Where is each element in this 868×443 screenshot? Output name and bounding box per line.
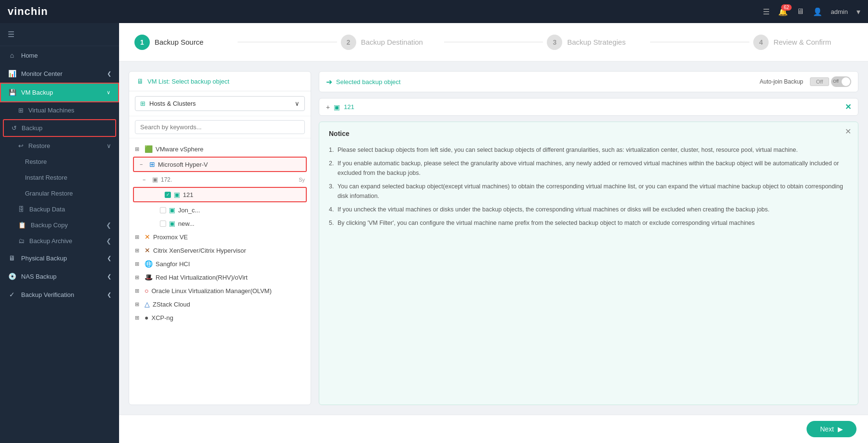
hamburger-button[interactable]: ☰ <box>0 23 119 46</box>
tree-label-172: 172. <box>161 176 296 183</box>
tree-item-citrix[interactable]: ⊞ ✕ Citrix XenServer/Citrix Hypervisor <box>129 244 311 257</box>
sidebar-item-backup-verification[interactable]: ✓ Backup Verification ❮ <box>0 285 119 304</box>
topbar-right: ☰ 🔔 62 🖥 👤 admin ▾ <box>763 7 860 16</box>
sangfor-icon: 🌐 <box>145 260 153 268</box>
monitor-icon[interactable]: 🖥 <box>796 7 804 16</box>
tree-item-172-host[interactable]: − ▣ 172. Sy <box>129 173 311 186</box>
sidebar-item-vm-backup[interactable]: 💾 VM Backup ∨ <box>0 83 119 102</box>
notification-badge: 62 <box>781 4 791 11</box>
content-body: 🖥 VM List: Select backup object ⊞ Hosts … <box>119 62 868 415</box>
checkbox-new[interactable] <box>160 221 166 227</box>
step-3-circle: 3 <box>547 35 562 50</box>
tree-item-sangfor[interactable]: ⊞ 🌐 Sangfor HCI <box>129 257 311 271</box>
step-1: 1 Backup Source <box>134 35 234 50</box>
sidebar-label-restore-sub: Restore <box>25 158 47 165</box>
sidebar-label-virtual-machines: Virtual Machines <box>28 107 74 114</box>
sidebar-item-nas-backup[interactable]: 💿 NAS Backup ❮ <box>0 267 119 285</box>
sidebar-label-backup: Backup <box>22 124 42 132</box>
notice-box: ✕ Notice Please select backup objects fr… <box>319 122 858 405</box>
notice-close-button[interactable]: ✕ <box>845 127 851 136</box>
backup-copy-arrow-icon: ❮ <box>106 222 111 229</box>
admin-chevron-icon[interactable]: ▾ <box>856 7 860 16</box>
expand-proxmox-icon: ⊞ <box>135 234 142 240</box>
notice-list: Please select backup objects from left s… <box>329 143 848 230</box>
dropdown-label: Hosts & Clusters <box>149 100 196 107</box>
sidebar-label-home: Home <box>21 52 38 59</box>
vm-121-icon: ▣ <box>174 191 180 198</box>
sidebar-item-virtual-machines[interactable]: ⊞ Virtual Machines <box>0 102 119 118</box>
tree-item-new[interactable]: ▣ new... <box>129 217 311 230</box>
tree-item-redhat[interactable]: ⊞ 🎩 Red Hat Virtualization(RHV)/oVirt <box>129 271 311 284</box>
plus-icon[interactable]: + <box>326 103 330 111</box>
step-4: 4 Review & Confirm <box>753 35 853 50</box>
selected-header-icon: ➜ <box>326 77 332 86</box>
hosts-clusters-dropdown[interactable]: ⊞ Hosts & Clusters ∨ <box>135 96 305 111</box>
next-label: Next <box>820 425 834 433</box>
sidebar-item-home[interactable]: ⌂ Home <box>0 46 119 64</box>
sidebar-label-nas-backup: NAS Backup <box>21 273 57 280</box>
notifications-wrap: 🔔 62 <box>778 7 788 16</box>
citrix-icon: ✕ <box>145 246 150 254</box>
tree-label-jon: Jon_c... <box>178 207 305 214</box>
logo-rest: chin <box>24 5 48 17</box>
sidebar-label-restore: Restore <box>28 142 50 149</box>
dropdown-inner: ⊞ Hosts & Clusters <box>140 100 196 107</box>
hosts-clusters-dropdown-row: ⊞ Hosts & Clusters ∨ <box>129 91 311 116</box>
sidebar-item-monitor-center[interactable]: 📊 Monitor Center ❮ <box>0 64 119 83</box>
tree-label-sangfor: Sangfor HCI <box>156 260 305 268</box>
admin-label: admin <box>831 8 848 15</box>
tree-item-vmware[interactable]: ⊞ 🟩 VMware vSphere <box>129 142 311 156</box>
toggle-off-label: Off <box>810 77 829 86</box>
toggle-wrapper: Off Off <box>810 76 851 87</box>
auto-join-label: Auto-join Backup <box>760 78 803 85</box>
sidebar-label-backup-copy: Backup Copy <box>31 222 68 229</box>
step-3-label: Backup Strategies <box>567 38 626 46</box>
messages-icon[interactable]: ☰ <box>763 7 770 16</box>
backup-archive-arrow-icon: ❮ <box>106 237 111 245</box>
tree-item-121[interactable]: ✓ ▣ 121 <box>133 187 307 202</box>
selected-item-close-button[interactable]: ✕ <box>845 102 851 111</box>
sidebar-item-physical-backup[interactable]: 🖥 Physical Backup ❮ <box>0 249 119 267</box>
step-divider-1 <box>238 42 337 42</box>
vm-list-icon: 🖥 <box>137 77 144 85</box>
main-layout: ☰ ⌂ Home 📊 Monitor Center ❮ 💾 VM Backup … <box>0 23 868 443</box>
sidebar-item-backup-data[interactable]: 🗄 Backup Data <box>0 201 119 217</box>
vmware-icon: 🟩 <box>145 145 153 153</box>
step-divider-2 <box>444 42 543 42</box>
sidebar-label-vm-backup: VM Backup <box>21 89 53 96</box>
tree-item-oracle[interactable]: ⊞ ○ Oracle Linux Virtualization Manager(… <box>129 284 311 297</box>
checkbox-121[interactable]: ✓ <box>165 192 171 198</box>
restore-arrow-icon: ∨ <box>107 142 111 149</box>
right-panel: ➜ Selected backup object Auto-join Backu… <box>319 71 858 405</box>
expand-vmware-icon: ⊞ <box>135 146 142 152</box>
backup-archive-icon: 🗂 <box>18 237 24 245</box>
tree-item-hyper-v[interactable]: − ⊞ Microsoft Hyper-V <box>133 157 307 172</box>
sidebar: ☰ ⌂ Home 📊 Monitor Center ❮ 💾 VM Backup … <box>0 23 119 443</box>
tree-item-zstack[interactable]: ⊞ △ ZStack Cloud <box>129 297 311 311</box>
sidebar-item-restore-sub[interactable]: Restore <box>0 154 119 170</box>
tree-label-oracle: Oracle Linux Virtualization Manager(OLVM… <box>151 287 305 295</box>
backup-verification-icon: ✓ <box>8 291 16 298</box>
checkbox-jon[interactable] <box>160 207 166 213</box>
sidebar-item-restore[interactable]: ↩ Restore ∨ <box>0 138 119 154</box>
sidebar-item-instant-restore[interactable]: Instant Restore <box>0 170 119 185</box>
expand-xcpng-icon: ⊞ <box>135 315 142 321</box>
sidebar-item-granular-restore[interactable]: Granular Restore <box>0 185 119 201</box>
next-button[interactable]: Next ▶ <box>807 421 856 437</box>
tree-item-jon[interactable]: ▣ Jon_c... <box>129 203 311 217</box>
tree-item-xcpng[interactable]: ⊞ ● XCP-ng <box>129 311 311 324</box>
sidebar-item-backup-archive[interactable]: 🗂 Backup Archive ❮ <box>0 233 119 249</box>
auto-join-toggle[interactable]: Off <box>831 76 851 87</box>
expand-zstack-icon: ⊞ <box>135 301 142 308</box>
sidebar-item-backup[interactable]: ↺ Backup <box>4 120 115 136</box>
tree-item-proxmox[interactable]: ⊞ ✕ Proxmox VE <box>129 230 311 244</box>
tree-label-proxmox: Proxmox VE <box>153 234 305 241</box>
notice-item-2: If you enable automatic backup, please s… <box>329 157 848 180</box>
search-input[interactable] <box>135 120 305 134</box>
notice-item-5: By clicking 'VM Filter', you can configu… <box>329 216 848 230</box>
user-icon: 👤 <box>813 7 822 16</box>
step-2-circle: 2 <box>341 35 356 50</box>
logo-v: vin <box>8 5 24 17</box>
grid-icon: ⊞ <box>140 100 145 107</box>
sidebar-item-backup-copy[interactable]: 📋 Backup Copy ❮ <box>0 217 119 233</box>
